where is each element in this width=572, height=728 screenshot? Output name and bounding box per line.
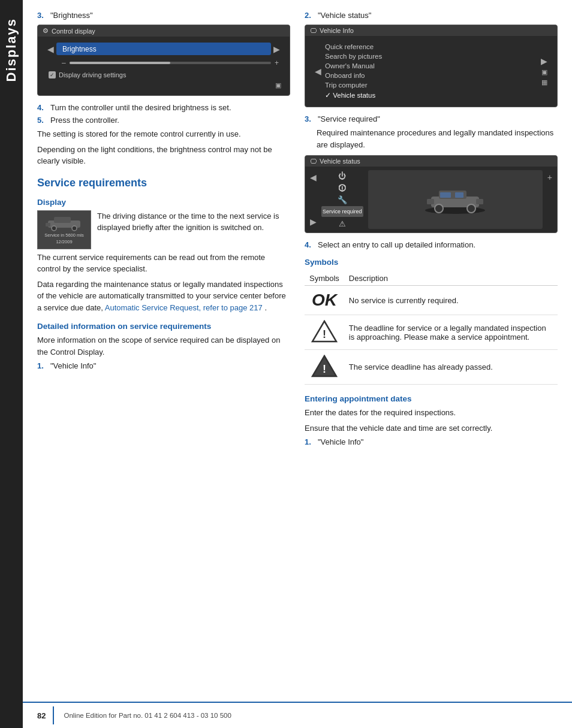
service-requirements-heading: Service requirements — [37, 177, 290, 189]
step-3-service-required: 3. "Service required" — [305, 114, 558, 123]
detailed-info-heading: Detailed information on service requirem… — [37, 322, 290, 331]
vehicle-info-nav-row: ◀ Quick reference Search by pictures Own… — [311, 41, 551, 102]
step-3-service-desc: Required maintenance procedures and lega… — [317, 127, 558, 150]
car-status-svg — [422, 183, 488, 216]
detailed-para: More information on the scope of service… — [37, 334, 290, 358]
vehicle-info-screen-title: Vehicle Info — [320, 27, 354, 34]
vi-right-icons: ▶ ▣ ▦ — [541, 56, 547, 86]
svg-rect-12 — [440, 192, 451, 198]
automatic-service-link[interactable]: Automatic Service Request, refer to page… — [105, 303, 263, 312]
symbols-col-header-1: Symbols — [305, 271, 344, 286]
left-column: 3. "Brightness" ⚙ Control display ◀ Brig… — [37, 11, 290, 450]
status-icon-active: Service required — [321, 206, 363, 217]
vs-nav-left: ◀ ▶ — [310, 170, 317, 229]
symbols-table: Symbols Description OK No service is cur… — [305, 271, 558, 385]
car-icon — [43, 215, 85, 231]
symbols-heading: Symbols — [305, 258, 558, 267]
display-section: Service in 5600 mls 12/2009 The driving … — [37, 210, 290, 252]
symbol-row-ok: OK No service is currently required. — [305, 286, 558, 315]
symbols-col-header-2: Description — [344, 271, 558, 286]
service-display-thumb: Service in 5600 mls 12/2009 — [37, 210, 91, 249]
svg-rect-11 — [476, 199, 483, 204]
vi-nav-right: ▶ — [541, 56, 547, 66]
vi-item-5-selected: Vehicle status — [321, 90, 541, 101]
vi-items-col: Quick reference Search by pictures Owner… — [321, 42, 541, 101]
entering-para-1: Enter the dates for the required inspect… — [305, 407, 558, 419]
status-car-image — [368, 170, 543, 229]
display-desc-3-end: . — [264, 303, 267, 312]
vs-nav-right-side: + — [547, 170, 552, 229]
step-5-text: Press the controller. — [50, 116, 290, 125]
step-2-vehicle-status: 2. "Vehicle status" — [305, 11, 558, 20]
side-tab: Displays — [0, 0, 23, 728]
symbol-warn2-desc: The service deadline has already passed. — [344, 350, 558, 385]
vs-plus: + — [547, 173, 552, 182]
step-3-text: "Brightness" — [50, 11, 290, 20]
step-1-vehicle-info: 1. "Vehicle Info" — [37, 361, 290, 370]
vi-icon: ▣ — [541, 68, 547, 76]
brightness-bottom-nav: ▣ — [44, 80, 284, 90]
symbol-ok-cell: OK — [305, 286, 344, 315]
brightness-item-highlighted: Brightness — [56, 43, 271, 55]
display-subheading: Display — [37, 198, 290, 207]
display-thumb-text1: Service in 5600 mls — [44, 232, 83, 238]
step-5: 5. Press the controller. — [37, 116, 290, 125]
vehicle-info-screen: 🖵 Vehicle Info ◀ Quick reference Search … — [305, 25, 558, 107]
symbol-row-warn2: ! The service deadline has already passe… — [305, 350, 558, 385]
status-icon-service: 🔧 — [338, 194, 347, 205]
vehicle-info-screen-icon: 🖵 — [310, 27, 317, 34]
status-icons-col: ⏻ ⏼ 🔧 Service required ⚠ — [321, 170, 363, 229]
brightness-plus: + — [275, 59, 279, 67]
entering-appointment-heading: Entering appointment dates — [305, 394, 558, 403]
step-4-text: Turn the controller until the desired br… — [50, 103, 290, 112]
step-1-num: 1. — [37, 361, 47, 370]
svg-text:!: ! — [323, 363, 326, 375]
light-conditions-para: Depending on the light conditions, the b… — [37, 144, 290, 167]
symbol-triangle-outline-icon: ! — [311, 320, 338, 343]
setting-stored-para: The setting is stored for the remote con… — [37, 128, 290, 140]
entering-para-2: Ensure that the vehicle date and time ar… — [305, 422, 558, 434]
display-driving-settings-row: ✓ Display driving settings — [44, 70, 284, 80]
vehicle-status-body: ◀ ▶ ⏻ ⏼ 🔧 Service required ⚠ — [305, 167, 557, 232]
brightness-screen-title-bar: ⚙ Control display — [38, 25, 290, 37]
footer: 82 Online Edition for Part no. 01 41 2 6… — [23, 702, 572, 728]
entering-step-1-text: "Vehicle Info" — [318, 437, 558, 446]
display-desc-2: The current service requirements can be … — [37, 252, 290, 275]
step-3-right-text: "Service required" — [318, 114, 558, 123]
vehicle-status-screen-title: Vehicle status — [320, 158, 360, 165]
svg-rect-1 — [54, 217, 71, 223]
two-column-layout: 3. "Brightness" ⚙ Control display ◀ Brig… — [37, 11, 558, 450]
brightness-screen-title: Control display — [52, 28, 95, 35]
status-icon-power: ⏻ — [338, 170, 346, 181]
step-1-text: "Vehicle Info" — [50, 361, 290, 370]
footer-page-number: 82 — [37, 711, 46, 720]
side-tab-label: Displays — [4, 18, 19, 82]
step-4: 4. Turn the controller until the desired… — [37, 103, 290, 112]
brightness-slider-row: – + — [44, 56, 284, 70]
brightness-nav-icon: ▣ — [275, 81, 281, 89]
step-3-brightness: 3. "Brightness" — [37, 11, 290, 20]
vehicle-info-screen-body: ◀ Quick reference Search by pictures Own… — [305, 36, 557, 107]
brightness-screen-body: ◀ Brightness ▶ – + — [38, 37, 290, 95]
svg-point-8 — [435, 204, 443, 213]
vi-item-3: Onboard info — [321, 71, 541, 80]
right-column: 2. "Vehicle status" 🖵 Vehicle Info ◀ Qui… — [305, 11, 558, 450]
symbol-ok-icon: OK — [312, 291, 337, 309]
brightness-fill — [70, 62, 170, 64]
step-num-3: 3. — [37, 11, 47, 20]
brightness-screen: ⚙ Control display ◀ Brightness ▶ – — [37, 25, 290, 96]
entering-step-1-num: 1. — [305, 437, 314, 446]
brightness-nav-row: ◀ Brightness ▶ — [44, 41, 284, 56]
vi-icon2: ▦ — [541, 78, 547, 86]
vi-item-4: Trip computer — [321, 80, 541, 90]
svg-text:!: ! — [323, 328, 326, 340]
svg-point-5 — [425, 207, 485, 214]
display-thumb-text2: 12/2009 — [56, 239, 72, 244]
vi-item-0: Quick reference — [321, 42, 541, 52]
symbol-ok-desc: No service is currently required. — [344, 286, 558, 315]
symbol-warn2-cell: ! — [305, 350, 344, 385]
svg-rect-10 — [427, 199, 434, 204]
symbol-warn1-desc: The deadline for service or a legally ma… — [344, 315, 558, 350]
step-4-select-entry: 4. Select an entry to call up detailed i… — [305, 240, 558, 249]
vehicle-status-screen-icon: 🖵 — [310, 158, 317, 165]
